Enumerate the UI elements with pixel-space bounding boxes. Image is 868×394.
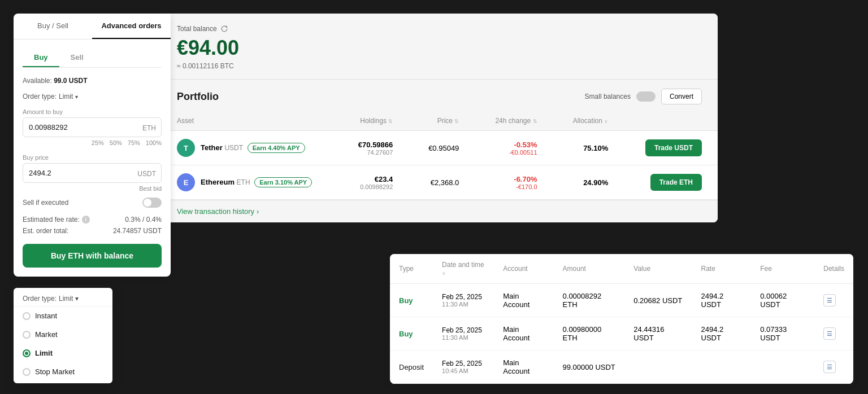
radio-limit — [23, 349, 31, 357]
small-balances-toggle[interactable] — [636, 91, 656, 102]
top-tabs: Buy / Sell Advanced orders — [14, 14, 171, 40]
portfolio-row: E Ethereum ETH Earn 3.10% APY €23.4 0.00… — [161, 165, 718, 200]
tx-rate: 2494.2 USDT — [692, 284, 752, 317]
tx-date: Feb 25, 2025 10:45 AM — [433, 351, 494, 384]
buy-price-label: Buy price — [23, 154, 162, 161]
tx-type: Buy — [390, 284, 433, 317]
tx-account: Main Account — [494, 284, 553, 317]
portfolio-row: T Tether USDT Earn 4.40% APY €70.59866 7… — [161, 131, 718, 165]
tx-details: ☰ — [814, 351, 853, 384]
fee-rate-label: Estimated fee rate: — [23, 216, 80, 224]
order-type-selector[interactable]: Order type: Limit ▾ — [23, 93, 162, 100]
tx-value: 0.20682 USDT — [624, 284, 692, 317]
pct-75[interactable]: 75% — [128, 139, 140, 146]
trade-button[interactable]: Trade USDT — [645, 139, 702, 156]
chevron-down-icon: ▾ — [75, 94, 78, 100]
col-price: Price ⇅ — [409, 111, 475, 131]
order-total-label: Est. order total: — [23, 227, 68, 235]
tx-details: ☰ — [814, 317, 853, 351]
tx-col-fee: Fee — [751, 254, 814, 284]
change-abs: -€170.0 — [491, 183, 537, 190]
tx-col-amount: Amount — [554, 254, 625, 284]
details-icon[interactable]: ☰ — [823, 327, 836, 340]
chevron-right-icon: › — [257, 207, 259, 216]
earn-badge[interactable]: Earn 3.10% APY — [254, 177, 312, 187]
trade-panel: Buy / Sell Advanced orders Buy Sell Avai… — [14, 14, 171, 277]
holdings-cell: €23.4 0.00988292 — [338, 165, 409, 200]
fee-rate-row: Estimated fee rate: i 0.3% / 0.4% — [23, 216, 162, 224]
tab-buy[interactable]: Buy — [23, 49, 59, 67]
buy-price-currency: USDT — [137, 170, 156, 178]
tx-type: Deposit — [390, 351, 433, 384]
trade-cell: Trade ETH — [624, 165, 718, 200]
tx-rate: 2494.2 USDT — [692, 317, 752, 351]
asset-name: Tether — [201, 143, 223, 152]
tx-value — [624, 351, 692, 384]
tx-type: Buy — [390, 317, 433, 351]
order-total-row: Est. order total: 24.74857 USDT — [23, 227, 162, 235]
portfolio-table: Asset Holdings ⇅ Price ⇅ 24h change ⇅ Al… — [161, 111, 718, 200]
dropdown-header: Order type: Limit ▾ — [14, 290, 112, 307]
pct-100[interactable]: 100% — [146, 139, 162, 146]
tab-buy-sell[interactable]: Buy / Sell — [14, 14, 92, 39]
asset-cell: T Tether USDT Earn 4.40% APY — [161, 131, 338, 165]
transaction-panel: Type Date and time ∨ Account Amount Valu… — [390, 254, 853, 384]
sell-executed-toggle[interactable] — [142, 198, 162, 208]
trade-cell: Trade USDT — [624, 131, 718, 165]
amount-input-group: Amount to buy ETH — [23, 108, 162, 137]
view-history-link[interactable]: View transaction history › — [161, 200, 718, 222]
tx-value: 24.44316 USDT — [624, 317, 692, 351]
asset-ticker: ETH — [237, 178, 250, 186]
col-allocation: Allocation ∨ — [553, 111, 624, 131]
tx-row: Buy Feb 25, 2025 11:30 AM Main Account 0… — [390, 284, 853, 317]
earn-badge[interactable]: Earn 4.40% APY — [248, 143, 305, 153]
tx-col-details: Details — [814, 254, 853, 284]
convert-button[interactable]: Convert — [661, 89, 702, 104]
dropdown-item-market[interactable]: Market — [14, 325, 112, 344]
dropdown-item-limit[interactable]: Limit — [14, 344, 112, 362]
tx-account: Main Account — [494, 317, 553, 351]
price-cell: €0.95049 — [409, 131, 475, 165]
tx-date: Feb 25, 2025 11:30 AM — [433, 317, 494, 351]
asset-icon: T — [177, 139, 195, 157]
trade-button[interactable]: Trade ETH — [650, 174, 702, 191]
tx-rate — [692, 351, 752, 384]
tx-date: Feb 25, 2025 11:30 AM — [433, 284, 494, 317]
price-cell: €2,368.0 — [409, 165, 475, 200]
portfolio-header: Portfolio Small balances Convert — [161, 80, 718, 111]
transaction-table: Type Date and time ∨ Account Amount Valu… — [390, 254, 853, 384]
amount-input[interactable] — [23, 117, 162, 137]
tx-fee: 0.07333 USDT — [751, 317, 814, 351]
order-type-dropdown: Order type: Limit ▾ Instant Market Limit… — [14, 288, 112, 383]
col-holdings: Holdings ⇅ — [338, 111, 409, 131]
sell-executed-label: Sell if executed — [23, 199, 68, 207]
available-balance: Available: 99.0 USDT — [23, 77, 162, 85]
buy-button[interactable]: Buy ETH with balance — [23, 244, 162, 268]
details-icon[interactable]: ☰ — [823, 294, 836, 307]
change-pct: -6.70% — [491, 175, 537, 183]
dropdown-item-stop-market[interactable]: Stop Market — [14, 362, 112, 381]
change-cell: -0.53% -€0.00511 — [475, 131, 553, 165]
pct-50[interactable]: 50% — [110, 139, 122, 146]
asset-ticker: USDT — [224, 144, 243, 152]
radio-stop-market — [23, 368, 31, 376]
tx-amount: 0.00980000 ETH — [554, 317, 625, 351]
tx-fee — [751, 351, 814, 384]
allocation-cell: 24.90% — [553, 165, 624, 200]
radio-market — [23, 331, 31, 339]
chevron-up-icon: ▾ — [75, 295, 79, 303]
dropdown-label-instant: Instant — [35, 312, 57, 320]
balance-amount: €94.00 — [177, 36, 702, 60]
amount-label: Amount to buy — [23, 108, 162, 115]
dropdown-label-stop-market: Stop Market — [35, 367, 75, 376]
dropdown-item-instant[interactable]: Instant — [14, 307, 112, 325]
tab-advanced-orders[interactable]: Advanced orders — [92, 14, 171, 39]
tx-col-type: Type — [390, 254, 433, 284]
details-icon[interactable]: ☰ — [823, 361, 836, 373]
refresh-icon[interactable] — [220, 25, 228, 33]
asset-cell: E Ethereum ETH Earn 3.10% APY — [161, 165, 338, 200]
holdings-main: €23.4 — [354, 175, 393, 183]
pct-25[interactable]: 25% — [92, 139, 104, 146]
holdings-sub: 74.27607 — [354, 149, 393, 156]
tab-sell[interactable]: Sell — [59, 49, 95, 67]
